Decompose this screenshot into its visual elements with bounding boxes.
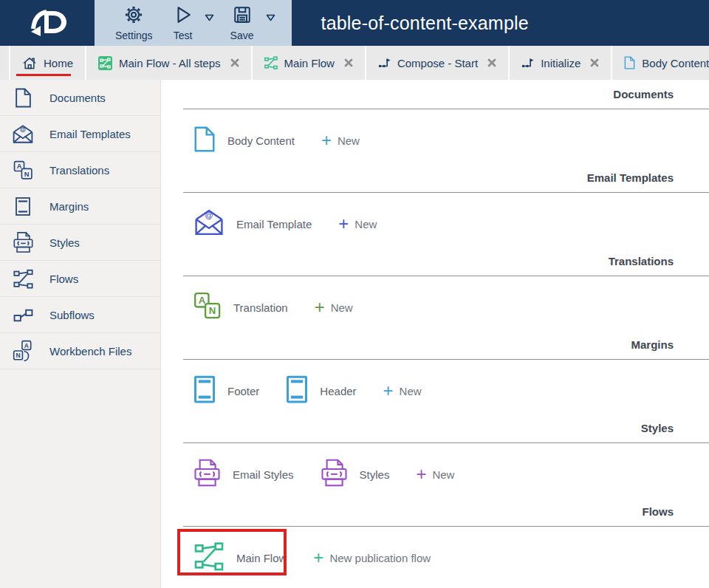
- tab-label: Main Flow - All steps: [119, 57, 221, 69]
- new-email-template-button[interactable]: + New: [338, 216, 377, 231]
- tab-compose-start[interactable]: Compose - Start: [366, 46, 510, 80]
- sidebar-item-email-templates[interactable]: @ Email Templates: [0, 116, 160, 152]
- item-translation[interactable]: A N Translation: [193, 292, 288, 323]
- styles-icon: [321, 458, 348, 490]
- sidebar-item-label: Email Templates: [49, 128, 131, 140]
- plus-icon: +: [313, 550, 323, 565]
- top-bar: Settings Test: [0, 0, 709, 46]
- test-button[interactable]: Test: [163, 0, 203, 46]
- close-icon[interactable]: [344, 58, 353, 67]
- section-header: Styles: [161, 414, 709, 437]
- subflow-icon: [11, 307, 35, 324]
- sidebar-item-subflows[interactable]: Subflows: [0, 297, 160, 333]
- item-email-styles[interactable]: Email Styles: [193, 458, 294, 490]
- tab-bar: Home Main Flow - All steps: [0, 46, 709, 80]
- item-body-content[interactable]: Body Content: [193, 126, 295, 156]
- home-icon: [22, 56, 37, 70]
- close-icon[interactable]: [487, 58, 496, 67]
- translation-icon: A N: [11, 160, 35, 180]
- sidebar-item-label: Workbench Files: [49, 345, 131, 358]
- sidebar-item-label: Subflows: [49, 309, 95, 321]
- tab-home[interactable]: Home: [9, 46, 86, 80]
- item-label: Email Template: [236, 218, 312, 230]
- item-label: Translation: [233, 301, 288, 314]
- item-label: Body Content: [227, 134, 295, 147]
- new-label: New: [400, 385, 422, 397]
- sidebar-item-label: Styles: [49, 236, 80, 249]
- svg-text:N: N: [209, 305, 216, 316]
- sidebar-item-styles[interactable]: Styles: [0, 225, 160, 261]
- sidebar-item-translations[interactable]: A N Translations: [0, 152, 160, 188]
- sidebar-item-margins[interactable]: Margins: [0, 188, 160, 225]
- item-styles[interactable]: Styles: [321, 458, 390, 490]
- item-email-template[interactable]: @ Email Template: [193, 208, 312, 239]
- section-documents: Documents Body Content + New: [161, 80, 709, 163]
- tab-body-content[interactable]: Body Content: [612, 46, 709, 80]
- app-logo: [0, 0, 95, 46]
- sidebar-item-documents[interactable]: Documents: [0, 80, 160, 116]
- sidebar-item-workbench-files[interactable]: A N Workbench Files: [0, 333, 160, 369]
- sidebar-item-label: Flows: [49, 273, 78, 285]
- new-label: New publication flow: [329, 552, 431, 564]
- save-label: Save: [230, 30, 254, 41]
- save-dropdown-arrow-icon[interactable]: [264, 0, 281, 46]
- new-margin-button[interactable]: + New: [383, 383, 422, 398]
- plus-icon: +: [416, 467, 426, 482]
- new-style-button[interactable]: + New: [416, 467, 454, 482]
- section-divider: [183, 359, 709, 360]
- email-icon: @: [193, 208, 225, 239]
- new-document-button[interactable]: + New: [321, 133, 360, 148]
- test-label: Test: [174, 30, 193, 41]
- flow-icon: [11, 269, 35, 289]
- tab-main-flow[interactable]: Main Flow: [253, 46, 366, 80]
- test-dropdown-arrow-icon[interactable]: [203, 0, 220, 46]
- section-margins: Margins Footer: [161, 330, 709, 414]
- tab-main-flow-all-steps[interactable]: Main Flow - All steps: [86, 46, 253, 80]
- svg-text:A: A: [24, 342, 29, 349]
- plus-icon: +: [315, 300, 325, 315]
- sidebar: Documents @ Email Templates A N: [0, 80, 161, 588]
- section-divider: [183, 276, 709, 276]
- svg-text:N: N: [24, 170, 29, 177]
- plus-icon: +: [383, 383, 394, 398]
- item-header[interactable]: Header: [286, 375, 356, 406]
- tab-label: Main Flow: [284, 57, 335, 69]
- close-icon[interactable]: [590, 58, 599, 67]
- new-label: New: [338, 134, 360, 147]
- section-header: Flows: [161, 497, 709, 520]
- flow-step-icon: [378, 57, 391, 69]
- save-button[interactable]: Save: [220, 0, 264, 46]
- section-divider: [183, 526, 709, 527]
- sidebar-item-flows[interactable]: Flows: [0, 261, 160, 297]
- settings-button[interactable]: Settings: [105, 0, 163, 46]
- play-icon: [174, 5, 193, 27]
- toolbar: Settings Test: [95, 0, 292, 46]
- new-translation-button[interactable]: + New: [315, 300, 353, 315]
- item-label: Styles: [360, 468, 390, 481]
- tab-initialize[interactable]: Initialize: [510, 46, 612, 80]
- flow-icon: [193, 541, 225, 574]
- sidebar-item-label: Translations: [49, 164, 109, 177]
- margin-page-icon: [286, 375, 308, 406]
- item-footer[interactable]: Footer: [193, 375, 259, 406]
- docentric-logo-icon: [24, 7, 71, 39]
- item-label: Header: [320, 385, 356, 397]
- tab-home-label: Home: [44, 57, 73, 69]
- flow-outline-icon: [264, 56, 278, 69]
- styles-icon: [193, 458, 221, 490]
- section-flows: Flows Main Flow: [161, 497, 709, 575]
- tab-label: Body Content: [642, 57, 709, 69]
- item-label: Main Flow: [236, 552, 287, 564]
- workbench-icon: A N: [11, 340, 35, 362]
- close-icon[interactable]: [230, 58, 239, 67]
- new-label: New: [331, 301, 353, 314]
- email-icon: @: [11, 124, 35, 144]
- item-main-flow[interactable]: Main Flow: [193, 541, 287, 574]
- section-divider: [183, 109, 709, 109]
- styles-icon: [11, 231, 35, 253]
- section-divider: [183, 442, 709, 443]
- sidebar-item-label: Documents: [49, 92, 106, 104]
- margins-icon: [11, 196, 35, 216]
- new-publication-flow-button[interactable]: + New publication flow: [313, 550, 431, 565]
- save-icon: [233, 5, 252, 27]
